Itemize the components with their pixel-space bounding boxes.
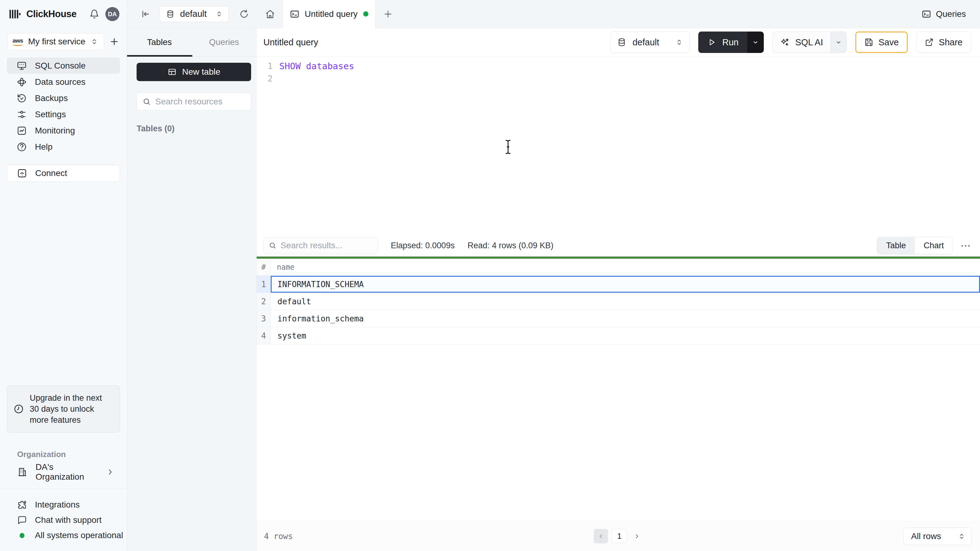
app-root: ClickHouse DA aws My first service: [0, 0, 980, 551]
workspace: default Untitled query: [127, 0, 980, 551]
sql-ai-button[interactable]: SQL AI: [772, 32, 847, 53]
save-label: Save: [879, 37, 899, 48]
run-button[interactable]: Run: [698, 32, 764, 53]
toggle-chart[interactable]: Chart: [915, 237, 953, 254]
service-selector[interactable]: aws My first service: [7, 33, 104, 50]
row-number: 1: [257, 276, 271, 293]
database-selector-query[interactable]: default: [610, 32, 690, 53]
notifications-bell-icon[interactable]: [89, 9, 99, 19]
run-options-caret[interactable]: [747, 32, 764, 53]
system-status-label: All systems operational: [35, 530, 123, 540]
save-button[interactable]: Save: [855, 32, 908, 53]
queries-button[interactable]: Queries: [921, 9, 966, 19]
organization-name: DA's Organization: [35, 462, 98, 482]
results-table: # name 1 INFORMATION_SCHEMA 2 default 3 …: [257, 259, 980, 345]
terminal-icon: [290, 9, 299, 19]
results-more-menu[interactable]: ⋯: [960, 240, 971, 251]
sidebar-item-backups[interactable]: Backups: [7, 90, 120, 106]
sidebar-item-monitoring[interactable]: Monitoring: [7, 122, 120, 139]
integrations-label: Integrations: [35, 500, 80, 510]
connect-button[interactable]: Connect: [7, 165, 120, 182]
search-icon: [269, 241, 277, 249]
upgrade-notice[interactable]: Upgrade in the next 30 days to unlock mo…: [7, 385, 120, 432]
new-tab-plus-icon[interactable]: [383, 9, 393, 19]
table-row[interactable]: 4 system: [257, 327, 980, 345]
row-value[interactable]: system: [271, 327, 980, 344]
query-title[interactable]: Untitled query: [263, 37, 610, 48]
chat-support-link[interactable]: Chat with support: [0, 513, 127, 528]
sidebar-item-help[interactable]: Help: [7, 139, 120, 155]
share-label: Share: [939, 37, 963, 48]
sql-editor[interactable]: 1 SHOW databases 2: [257, 57, 980, 236]
play-icon: [708, 38, 716, 46]
sidebar-item-data-sources[interactable]: Data sources: [7, 74, 120, 90]
top-tab-strip: default Untitled query: [127, 0, 980, 28]
row-number: 2: [257, 293, 271, 310]
row-number: 3: [257, 310, 271, 327]
query-success-bar: [257, 257, 980, 259]
sidebar-header: ClickHouse DA: [0, 0, 127, 28]
puzzle-icon: [17, 500, 27, 510]
connect-icon: [17, 168, 27, 178]
tables-count-label: Tables (0): [137, 124, 251, 133]
chevron-right-icon: [106, 468, 115, 476]
tab-queries[interactable]: Queries: [192, 28, 256, 56]
active-tab-underline: [127, 55, 192, 57]
row-value[interactable]: default: [271, 293, 980, 310]
prev-page-button[interactable]: [594, 529, 608, 543]
row-value[interactable]: information_schema: [271, 310, 980, 327]
sidebar-item-label: SQL Console: [35, 61, 86, 71]
total-rows-label: 4 rows: [264, 532, 293, 541]
clock-icon: [13, 403, 24, 414]
sidebar-nav: SQL Console Data sources Backups Setting…: [0, 53, 127, 155]
read-stat: Read: 4 rows (0.09 KB): [468, 241, 554, 250]
brand-name: ClickHouse: [26, 9, 76, 20]
new-table-button[interactable]: New table: [137, 63, 251, 81]
clickhouse-logo[interactable]: ClickHouse: [9, 8, 76, 20]
add-service-button[interactable]: [109, 37, 119, 47]
building-icon: [17, 467, 27, 477]
refresh-icon[interactable]: [239, 9, 249, 19]
chevron-updown-icon: [215, 10, 223, 18]
current-page[interactable]: 1: [612, 529, 627, 543]
query-tab[interactable]: Untitled query: [283, 0, 375, 28]
system-status-link[interactable]: All systems operational: [0, 528, 127, 543]
table-row[interactable]: 3 information_schema: [257, 310, 980, 327]
column-header-name[interactable]: name: [271, 259, 980, 275]
code-text: SHOW databases: [279, 61, 354, 71]
sidebar: ClickHouse DA aws My first service: [0, 0, 127, 551]
page-size-selector[interactable]: All rows: [904, 527, 971, 545]
search-results-input[interactable]: [280, 241, 373, 250]
tab-tables[interactable]: Tables: [127, 28, 192, 56]
table-row[interactable]: 2 default: [257, 293, 980, 310]
table-row[interactable]: 1 INFORMATION_SCHEMA: [257, 276, 980, 293]
sidebar-item-sql-console[interactable]: SQL Console: [7, 57, 120, 74]
database-name: default: [180, 9, 210, 19]
sidebar-item-settings[interactable]: Settings: [7, 106, 120, 122]
integrations-link[interactable]: Integrations: [0, 497, 127, 513]
sidebar-footer: Integrations Chat with support All syste…: [0, 489, 127, 551]
organization-selector[interactable]: DA's Organization: [0, 464, 127, 480]
home-icon[interactable]: [265, 9, 275, 19]
elapsed-stat: Elapsed: 0.0009s: [391, 241, 455, 250]
row-value[interactable]: INFORMATION_SCHEMA: [271, 276, 980, 293]
sql-ai-caret[interactable]: [830, 32, 846, 52]
line-number: 1: [257, 61, 272, 71]
avatar[interactable]: DA: [105, 7, 119, 21]
terminal-icon: [921, 9, 931, 19]
toggle-table[interactable]: Table: [877, 237, 915, 254]
chevron-updown-icon: [675, 38, 683, 46]
next-page-button[interactable]: [631, 529, 643, 543]
text-cursor-ibeam: [503, 139, 513, 155]
queries-label: Queries: [936, 9, 966, 19]
save-floppy-icon: [864, 38, 873, 47]
search-icon: [142, 97, 151, 106]
collapse-panel-icon[interactable]: [140, 9, 150, 19]
pagination: 1: [594, 529, 643, 543]
search-resources-input[interactable]: [155, 97, 245, 106]
line-number: 2: [257, 74, 272, 83]
sidebar-item-label: Monitoring: [35, 126, 75, 136]
database-selector-strip[interactable]: default: [159, 6, 229, 22]
new-table-label: New table: [182, 67, 221, 77]
share-button[interactable]: Share: [916, 32, 971, 53]
